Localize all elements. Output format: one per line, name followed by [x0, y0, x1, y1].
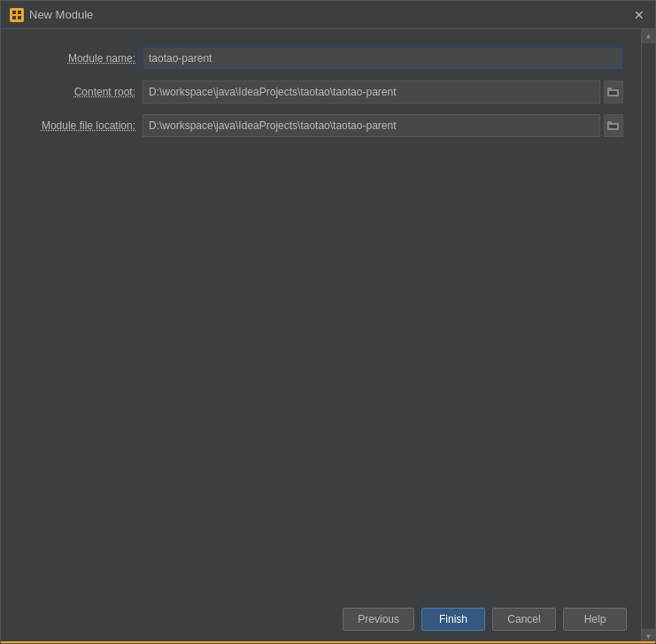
svg-rect-9 — [607, 121, 612, 124]
svg-rect-2 — [18, 11, 21, 14]
svg-rect-1 — [12, 11, 16, 14]
help-button[interactable]: Help — [563, 608, 627, 631]
cancel-button[interactable]: Cancel — [492, 608, 556, 631]
new-module-dialog: New Module ✕ Module name: Content root: — [0, 0, 656, 644]
module-file-location-input-wrapper — [143, 114, 623, 137]
svg-rect-10 — [609, 125, 617, 128]
module-name-input-wrapper — [143, 47, 623, 70]
svg-rect-7 — [609, 91, 617, 95]
previous-button[interactable]: Previous — [343, 608, 414, 631]
close-button[interactable]: ✕ — [632, 8, 646, 22]
title-bar-left: New Module — [10, 8, 93, 22]
dialog-title: New Module — [29, 8, 93, 21]
svg-rect-4 — [18, 16, 21, 19]
content-root-row: Content root: — [19, 80, 623, 104]
content-root-input-wrapper — [143, 80, 623, 104]
content-root-browse-button[interactable] — [604, 80, 623, 104]
form-content: Module name: Content root: — [1, 29, 641, 599]
scrollbar-up-button[interactable]: ▲ — [642, 29, 655, 43]
module-name-input[interactable] — [143, 47, 623, 70]
form-spacer — [19, 148, 623, 590]
module-file-location-input[interactable] — [143, 114, 600, 137]
bottom-accent — [1, 641, 655, 643]
content-root-label: Content root: — [19, 86, 143, 98]
module-name-label: Module name: — [19, 52, 143, 65]
finish-button[interactable]: Finish — [421, 608, 485, 631]
content-root-input[interactable] — [143, 80, 600, 104]
module-icon — [10, 8, 24, 22]
title-bar: New Module ✕ — [1, 1, 655, 29]
module-file-location-browse-button[interactable] — [604, 114, 623, 137]
scrollbar: ▲ ▼ — [641, 29, 655, 643]
module-file-location-label: Module file location: — [19, 119, 143, 132]
module-name-row: Module name: — [19, 47, 623, 70]
svg-rect-6 — [607, 88, 612, 90]
button-bar: Previous Finish Cancel Help — [1, 599, 641, 643]
scrollbar-track — [642, 43, 655, 629]
svg-rect-3 — [12, 16, 16, 19]
module-file-location-row: Module file location: — [19, 114, 623, 137]
